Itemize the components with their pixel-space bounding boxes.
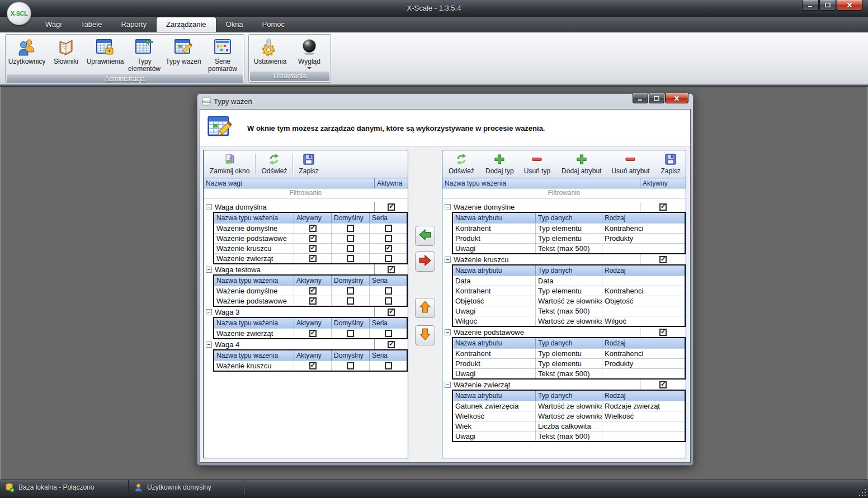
ribbon-item-ustawienia[interactable]: Ustawienia bbox=[251, 36, 290, 66]
window-close-button[interactable] bbox=[837, 0, 862, 11]
collapse-icon[interactable] bbox=[445, 329, 451, 335]
ribbon-item-serie-pomiarów[interactable]: Serie pomiarów bbox=[203, 36, 242, 73]
checkbox[interactable] bbox=[388, 309, 395, 316]
column-header-aktywna[interactable]: Aktywna bbox=[374, 178, 408, 188]
table-row[interactable]: ObjętośćWartość ze słownikaObjętość bbox=[453, 296, 685, 306]
toolbar-zapisz-button[interactable]: Zapisz bbox=[294, 151, 323, 177]
ribbon-item-wygląd[interactable]: Wygląd bbox=[290, 36, 329, 70]
table-row[interactable]: DataData bbox=[453, 276, 685, 286]
checkbox[interactable] bbox=[659, 256, 667, 263]
table-row[interactable]: ProduktTyp elementuProdukty bbox=[453, 233, 685, 243]
checkbox[interactable] bbox=[385, 287, 392, 295]
group-row[interactable]: Waga 4 bbox=[204, 339, 408, 349]
table-row[interactable]: KontrahentTyp elementuKontrahenci bbox=[453, 348, 685, 358]
filter-row[interactable]: Filtrowanie bbox=[204, 188, 408, 198]
column-header-aktywny[interactable]: Aktywny bbox=[640, 178, 686, 188]
filter-row[interactable]: Filtrowanie bbox=[442, 188, 686, 198]
move-up-button[interactable] bbox=[415, 298, 435, 318]
move-right-button[interactable] bbox=[415, 252, 435, 272]
group-row[interactable]: Ważenie zwierząt bbox=[442, 380, 686, 390]
checkbox[interactable] bbox=[309, 245, 317, 252]
table-row[interactable]: Ważenie domyślne bbox=[214, 223, 407, 233]
table-row[interactable]: WilgoćWartość ze słownikaWilgoć bbox=[453, 316, 685, 326]
checkbox[interactable] bbox=[659, 381, 667, 388]
resize-grip-icon[interactable] bbox=[859, 489, 867, 497]
checkbox[interactable] bbox=[659, 329, 667, 336]
group-row[interactable]: Ważenie kruszcu bbox=[442, 254, 686, 264]
group-row[interactable]: Ważenie podstawowe bbox=[442, 327, 686, 337]
table-row[interactable]: WielkośćWartość ze słownikaWielkość bbox=[453, 411, 685, 421]
move-left-button[interactable] bbox=[415, 226, 435, 246]
group-row[interactable]: Waga 3 bbox=[204, 307, 408, 317]
table-row[interactable]: KontrahentTyp elementuKontrahenci bbox=[453, 286, 685, 296]
checkbox[interactable] bbox=[347, 245, 354, 252]
checkbox[interactable] bbox=[388, 266, 395, 273]
table-row[interactable]: Ważenie zwierząt bbox=[214, 253, 407, 263]
column-header-nazwa-wagi[interactable]: Nazwa wagi bbox=[204, 178, 374, 188]
table-row[interactable]: Ważenie kruszcu bbox=[214, 361, 407, 371]
collapse-icon[interactable] bbox=[445, 257, 451, 263]
dialog-titlebar[interactable]: XSCL Typy ważeń bbox=[200, 93, 691, 109]
checkbox[interactable] bbox=[385, 297, 392, 305]
move-down-button[interactable] bbox=[415, 325, 435, 345]
table-row[interactable]: KontrahentTyp elementuKontrahenci bbox=[453, 223, 685, 233]
checkbox[interactable] bbox=[347, 225, 354, 232]
tab-raporty[interactable]: Raporty bbox=[111, 17, 156, 32]
window-minimize-button[interactable] bbox=[802, 0, 819, 11]
table-row[interactable]: WiekLiczba całkowita bbox=[453, 421, 685, 431]
checkbox[interactable] bbox=[309, 330, 317, 337]
column-header-nazwa-typu-wazenia[interactable]: Nazwa typu ważenia bbox=[442, 178, 640, 188]
checkbox[interactable] bbox=[388, 341, 395, 348]
checkbox[interactable] bbox=[385, 362, 392, 369]
collapse-icon[interactable] bbox=[445, 382, 451, 388]
toolbar-zapisz-button[interactable]: Zapisz bbox=[656, 151, 686, 177]
toolbar-odśwież-button[interactable]: Odśwież bbox=[256, 151, 292, 177]
tab-tabele[interactable]: Tabele bbox=[71, 17, 111, 32]
checkbox[interactable] bbox=[347, 362, 354, 369]
group-row[interactable]: Waga domyślna bbox=[204, 202, 408, 212]
toolbar-usuń-typ-button[interactable]: Usuń typ bbox=[519, 151, 555, 177]
checkbox[interactable] bbox=[659, 203, 667, 211]
collapse-icon[interactable] bbox=[206, 204, 212, 210]
collapse-icon[interactable] bbox=[206, 342, 212, 348]
toolbar-zamknij-okno-button[interactable]: Zamknij okno bbox=[205, 151, 254, 177]
checkbox[interactable] bbox=[309, 362, 317, 369]
group-row[interactable]: Ważenie domyślne bbox=[442, 202, 686, 212]
checkbox[interactable] bbox=[385, 330, 392, 337]
checkbox[interactable] bbox=[309, 235, 317, 242]
tab-okna[interactable]: Okna bbox=[216, 17, 253, 32]
scales-table-header[interactable]: Nazwa wagi Aktywna bbox=[204, 178, 408, 188]
checkbox[interactable] bbox=[385, 225, 392, 232]
table-row[interactable]: Ważenie podstawowe bbox=[214, 233, 407, 243]
dialog-maximize-button[interactable] bbox=[649, 93, 664, 103]
ribbon-item-słowniki[interactable]: Słowniki bbox=[46, 36, 86, 66]
checkbox[interactable] bbox=[347, 297, 354, 305]
group-row[interactable]: Waga testowa bbox=[204, 264, 408, 274]
toolbar-odśwież-button[interactable]: Odśwież bbox=[444, 151, 479, 177]
table-row[interactable]: Ważenie domyślne bbox=[214, 286, 407, 296]
ribbon-item-użytkownicy[interactable]: Użytkownicy bbox=[7, 36, 46, 66]
ribbon-item-typy-ważeń[interactable]: Typy ważeń bbox=[164, 36, 203, 66]
checkbox[interactable] bbox=[388, 203, 395, 211]
checkbox[interactable] bbox=[309, 297, 317, 305]
toolbar-dodaj-atrybut-button[interactable]: Dodaj atrybut bbox=[556, 151, 606, 177]
toolbar-usuń-atrybut-button[interactable]: Usuń atrybut bbox=[606, 151, 654, 177]
toolbar-dodaj-typ-button[interactable]: Dodaj typ bbox=[480, 151, 519, 177]
table-row[interactable]: UwagiTekst (max 500) bbox=[453, 243, 685, 253]
table-row[interactable]: Ważenie kruszcu bbox=[214, 243, 407, 253]
tab-zarządzanie[interactable]: Zarządzanie bbox=[156, 17, 216, 32]
checkbox[interactable] bbox=[385, 245, 392, 252]
checkbox[interactable] bbox=[385, 235, 392, 242]
dialog-minimize-button[interactable] bbox=[633, 93, 648, 103]
checkbox[interactable] bbox=[309, 225, 317, 232]
ribbon-item-uprawnienia[interactable]: Uprawnienia bbox=[86, 36, 125, 66]
collapse-icon[interactable] bbox=[206, 267, 212, 273]
weighing-types-table-header[interactable]: Nazwa typu ważenia Aktywny bbox=[442, 178, 686, 188]
window-maximize-button[interactable] bbox=[819, 0, 836, 11]
checkbox[interactable] bbox=[309, 287, 317, 295]
checkbox[interactable] bbox=[347, 235, 354, 242]
table-row[interactable]: UwagiTekst (max 500) bbox=[453, 368, 685, 378]
tab-wagi[interactable]: Wagi bbox=[36, 17, 71, 32]
collapse-icon[interactable] bbox=[206, 309, 212, 315]
checkbox[interactable] bbox=[347, 255, 354, 262]
